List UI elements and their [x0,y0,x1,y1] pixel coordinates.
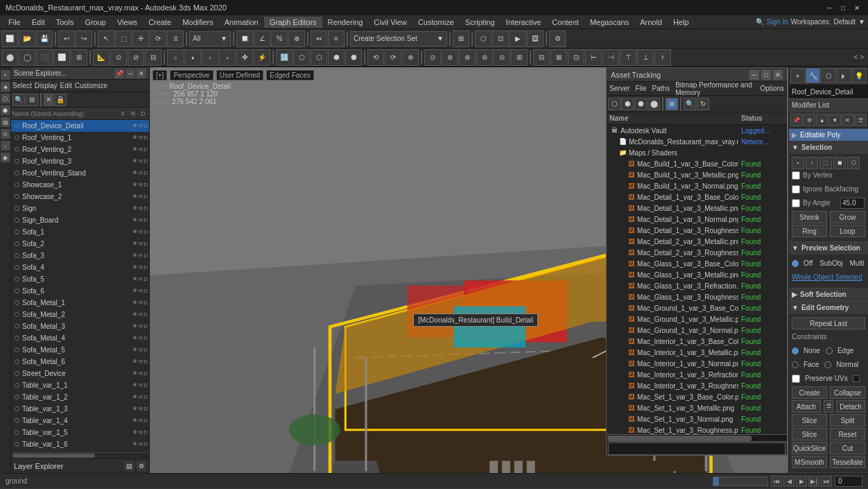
tb2-btn-27[interactable]: ⊜ [476,49,493,66]
mp-poly-icon[interactable]: ◼ [833,157,846,169]
minimize-button[interactable]: ─ [824,2,835,13]
list-item[interactable]: 🖼 Mac_Set_1_var_3_Metallic.png Found [607,402,787,413]
list-item[interactable]: ⬡ Sofa_Metal_1 👁RD [11,297,149,309]
vp-user-defined-tag[interactable]: User Defined [216,70,263,80]
next-frame-button[interactable]: ▶| [808,476,819,487]
se-tb-filter[interactable]: ✕ [44,94,53,106]
tb2-btn-29[interactable]: ⊞ [511,49,528,66]
preview-off-radio[interactable] [792,260,799,267]
tb2-btn-5[interactable]: ⊞ [71,49,87,66]
ap-tb-2[interactable]: ⬢ [621,98,634,110]
list-item[interactable]: ⬡ Table_var_1_4 👁RD [11,415,149,427]
grow-button[interactable]: Grow [830,211,865,223]
se-tb-1[interactable]: 🔍 [12,94,25,106]
attach-button[interactable]: Attach [792,400,821,413]
ap-h-scrollbar[interactable] [607,434,787,441]
maximize-button[interactable]: □ [837,2,849,13]
split-button[interactable]: Split [830,414,865,427]
vp-perspective-tag[interactable]: Perspective [170,70,213,80]
ignore-backfacing-checkbox[interactable] [792,185,800,194]
menu-tools[interactable]: Tools [51,17,80,28]
by-vertex-checkbox[interactable] [792,171,800,180]
tb2-btn-15[interactable]: ⚡ [254,49,270,66]
scale-button[interactable]: ⧖ [167,31,184,47]
list-item[interactable]: 🖼 Mac_Glass_1_var_3_Metallic.png Found [607,269,787,280]
ml-delete[interactable]: ✕ [842,114,854,126]
select-button[interactable]: ↖ [98,31,114,47]
list-item[interactable]: ⬡ Sofa_5 👁RD [11,273,149,285]
menu-views[interactable]: Views [112,17,143,28]
mp-motion-icon[interactable]: ⏵ [837,68,851,83]
list-item[interactable]: 🖼 Mac_Set_1_var_3_Base_Color.png Found [607,391,787,402]
list-item[interactable]: 🖼 Mac_Ground_1_var_3_Metallic.png Found [607,314,787,325]
tb2-btn-19[interactable]: ⬢ [328,49,345,66]
ml-move-up[interactable]: ▲ [816,114,828,126]
ap-menu-server[interactable]: Server [609,85,630,92]
se-menu-edit[interactable]: Edit [60,82,72,89]
by-angle-checkbox[interactable] [792,199,800,207]
ml-pin[interactable]: 📌 [790,114,803,126]
ap-path-input[interactable] [608,443,785,455]
list-item[interactable]: ⬡ Sofa_6 👁RD [11,285,149,297]
se-pin-button[interactable]: 📌 [114,69,124,78]
list-item[interactable]: 🖼 Mac_Build_1_var_3_Metallic.png Found [607,169,787,180]
mp-section-soft-header[interactable]: ▶ Soft Selection [789,289,868,301]
ring-button[interactable]: Ring [792,225,827,237]
se-menu-select[interactable]: Select [12,82,32,89]
ap-tb-1[interactable]: ⬡ [608,98,620,110]
menu-customize[interactable]: Customize [413,17,460,28]
list-item[interactable]: 🖼 Mac_Detail_2_var_3_Roughness.png Found [607,247,787,258]
layer-explorer-toggle[interactable]: ▤ [124,461,134,471]
render-frame[interactable]: ▶ [510,31,526,47]
list-item[interactable]: ⬡ Sofa_4 👁RD [11,261,149,273]
tb2-btn-25[interactable]: ⊚ [442,49,458,66]
modifier-editable-poly[interactable]: ▶ Editable Poly [789,129,868,141]
ap-item-maps-folder[interactable]: 📁 Maps / Shaders [607,147,787,158]
tb2-btn-31[interactable]: ⊠ [550,49,567,66]
sign-in-button[interactable]: Sign In [767,18,788,26]
tb2-btn-9[interactable]: ⊟ [145,49,162,66]
whole-object-selected[interactable]: Whole Object Selected [792,273,862,281]
ap-menu-options[interactable]: Options [761,85,784,92]
percent-snap[interactable]: % [271,31,288,47]
angle-snap[interactable]: ∠ [254,31,270,47]
tb2-btn-14[interactable]: ✤ [236,49,253,66]
list-item[interactable]: ⬡ Table_var_1_1 👁RD [11,379,149,391]
edge-radio[interactable] [826,348,833,354]
redo-button[interactable]: ↪ [76,31,92,47]
se-minimize-button[interactable]: ─ [125,69,135,78]
left-icon-8[interactable]: ◉ [1,153,10,162]
tb2-btn-18[interactable]: ⬡ [311,49,327,66]
tb2-btn-37[interactable]: ⊦ [654,49,671,66]
reference-dropdown[interactable]: All▼ [189,31,231,46]
create-selection-set[interactable]: Create Selection Set▼ [350,31,447,46]
list-item[interactable]: ⬡ Sofa_3 👁RD [11,250,149,261]
ap-menu-file[interactable]: File [635,85,646,92]
tb2-btn-2[interactable]: ◯ [19,49,35,66]
ap-tb-4[interactable]: ⬤ [648,98,660,110]
tb2-btn-8[interactable]: ⊘ [128,49,144,66]
menu-create[interactable]: Create [143,17,177,28]
menu-graph-editors[interactable]: Graph Editors [264,17,322,28]
cut-button[interactable]: Cut [830,442,865,454]
tb2-btn-17[interactable]: ⬠ [293,49,310,66]
msmooth-button[interactable]: MSmooth [792,456,827,468]
list-item[interactable]: 🖼 Mac_Ground_1_var_3_Base_Color.png Foun… [607,302,787,314]
face-radio[interactable] [792,361,799,368]
menu-civil-view[interactable]: Civil View [368,17,412,28]
left-icon-1[interactable]: + [1,70,10,80]
tb2-btn-12[interactable]: ⬨ [202,49,218,66]
menu-rendering[interactable]: Rendering [322,17,369,28]
tb2-btn-35[interactable]: ⊤ [620,49,636,66]
ap-tb-5[interactable]: ⊞ [666,98,678,110]
list-item[interactable]: ⬡ Roof_Venting_3 👁RD [11,155,149,167]
left-icon-6[interactable]: ⊙ [1,129,10,139]
mp-section-selection-header[interactable]: ▼ Selection [789,141,868,154]
se-list[interactable]: ⬡ Roof_Device_Detail 👁RD ⬡ Roof_Venting_… [11,120,149,452]
vp-edged-faces-tag[interactable]: Edged Faces [266,70,314,80]
menu-modifiers[interactable]: Modifiers [177,17,219,28]
list-item[interactable]: ⬡ Sign 👁RD [11,203,149,214]
mp-element-icon[interactable]: ⬡ [847,157,860,169]
mp-vertex-icon[interactable]: • [792,157,804,169]
menu-scripting[interactable]: Scripting [460,17,501,28]
